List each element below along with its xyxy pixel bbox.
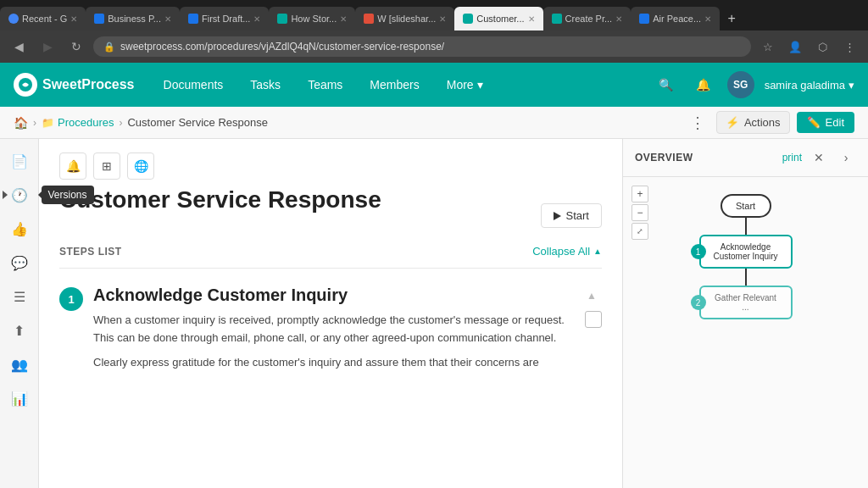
user-name[interactable]: samira galadima ▾ (765, 79, 854, 92)
chevron-up-icon: ▲ (593, 247, 602, 256)
nav-members[interactable]: Members (358, 73, 431, 97)
notification-icon[interactable]: 🔔 (690, 71, 717, 98)
tab-close-slide[interactable]: ✕ (439, 14, 446, 24)
overview-title: OVERVIEW (635, 152, 776, 164)
breadcrumb-procedures[interactable]: 📁 Procedures (42, 116, 114, 129)
folder-icon: 📁 (42, 117, 54, 129)
tab-recent[interactable]: Recent - G ✕ (0, 7, 86, 30)
thumbs-up-side-icon[interactable]: 👍 (4, 214, 35, 244)
page-title: Customer Service Response (59, 186, 541, 214)
tab-slideshare[interactable]: W [slideshar... ✕ (355, 7, 454, 30)
nav-teams[interactable]: Teams (296, 73, 354, 97)
tab-customer[interactable]: Customer... ✕ (454, 7, 542, 30)
steps-section: STEPS LIST Collapse All ▲ 1 Acknowledge … (39, 238, 622, 378)
content-area: 🔔 ⊞ 🌐 Customer Service Response Start (39, 139, 622, 488)
chevron-down-icon-user: ▾ (849, 79, 854, 92)
close-overview-button[interactable]: ✕ (809, 147, 829, 168)
step-description-1: When a customer inquiry is received, pro… (93, 312, 571, 347)
profile-icon[interactable]: 👤 (783, 35, 807, 58)
step-checkbox[interactable] (585, 311, 602, 328)
flow-diagram: Start 1 AcknowledgeCustomer Inquiry 2 Ga… (699, 194, 793, 319)
chart-side-icon[interactable]: 📊 (4, 383, 35, 413)
tab-air-peace[interactable]: Air Peace... ✕ (631, 7, 720, 30)
tab-close-business[interactable]: ✕ (164, 14, 171, 24)
zoom-in-button[interactable]: + (632, 186, 648, 202)
steps-header: STEPS LIST Collapse All ▲ (59, 238, 602, 269)
fit-button[interactable]: ⤢ (632, 223, 648, 240)
upload-side-icon[interactable]: ⬆ (4, 315, 35, 346)
versions-side-icon[interactable]: 🕐 Versions (4, 180, 35, 210)
zoom-controls: + − ⤢ (632, 186, 648, 240)
collapse-all-button[interactable]: Collapse All ▲ (532, 245, 602, 258)
avatar[interactable]: SG (727, 71, 754, 98)
forward-button[interactable]: ▶ (36, 35, 59, 58)
actions-button[interactable]: ⚡ Actions (716, 111, 790, 134)
browser-frame: Recent - G ✕ Business P... ✕ First Draft… (0, 0, 868, 63)
tab-close-draft[interactable]: ✕ (253, 14, 260, 24)
globe-icon[interactable]: 🌐 (127, 152, 154, 180)
flow-node-num-2: 2 (691, 295, 706, 310)
search-icon[interactable]: 🔍 (653, 71, 680, 98)
lightning-icon: ⚡ (726, 116, 739, 129)
tab-close-createpr[interactable]: ✕ (615, 14, 622, 24)
back-button[interactable]: ◀ (7, 35, 31, 58)
main-area: 📄 🕐 Versions 👍 💬 ☰ ⬆ 👥 📊 🔔 ⊞ (0, 139, 868, 488)
step-up-button[interactable]: ▲ (581, 286, 602, 306)
flow-node-num-1: 1 (691, 244, 706, 259)
extension-icon[interactable]: ⬡ (810, 35, 834, 58)
flow-node-2: 2 Gather Relevant... (699, 286, 793, 319)
tab-create-pr[interactable]: Create Pr... ✕ (543, 7, 632, 30)
notification-header-icon[interactable]: 🔔 (59, 152, 86, 180)
comments-side-icon[interactable]: 💬 (4, 247, 35, 278)
breadcrumb-sep-2: › (119, 117, 122, 129)
tab-close-customer[interactable]: ✕ (528, 14, 535, 24)
top-nav: SweetProcess Documents Tasks Teams Membe… (0, 63, 868, 107)
flow-connector-1 (745, 218, 747, 235)
nav-right: 🔍 🔔 SG samira galadima ▾ (653, 71, 854, 98)
home-icon[interactable]: 🏠 (14, 116, 28, 130)
step-number-1: 1 (59, 287, 83, 311)
bookmark-icon[interactable]: ☆ (756, 35, 780, 58)
breadcrumb-current-page: Customer Service Response (127, 116, 267, 129)
app-wrapper: SweetProcess Documents Tasks Teams Membe… (0, 63, 868, 488)
new-tab-button[interactable]: + (720, 7, 743, 30)
logo[interactable]: SweetProcess (14, 73, 135, 97)
tab-close-airpeace[interactable]: ✕ (704, 14, 711, 24)
tab-first-draft[interactable]: First Draft... ✕ (180, 7, 269, 30)
nav-more[interactable]: More ▾ (435, 73, 495, 97)
columns-icon[interactable]: ⊞ (93, 152, 120, 180)
breadcrumb-actions: ⋮ ⚡ Actions ✏️ Edit (686, 111, 854, 135)
overview-canvas: + − ⤢ Start 1 AcknowledgeCustomer Inquir… (623, 177, 868, 488)
step-title-1: Acknowledge Customer Inquiry (93, 286, 571, 305)
start-button[interactable]: Start (541, 203, 602, 228)
document-side-icon[interactable]: 📄 (4, 146, 35, 176)
tab-close-recent[interactable]: ✕ (70, 14, 77, 24)
address-bar[interactable]: 🔒 sweetprocess.com/procedures/vjAZdlQ4qN… (93, 36, 751, 57)
tab-how-stor[interactable]: How Stor... ✕ (269, 7, 355, 30)
flow-node-1: 1 AcknowledgeCustomer Inquiry (699, 235, 793, 269)
tab-close-howstor[interactable]: ✕ (340, 14, 347, 24)
kebab-menu-button[interactable]: ⋮ (686, 111, 709, 135)
nav-links: Documents Tasks Teams Members More ▾ (152, 73, 636, 97)
step-content-1: Acknowledge Customer Inquiry When a cust… (93, 286, 571, 371)
reload-button[interactable]: ↻ (64, 35, 88, 58)
play-icon (554, 212, 561, 220)
zoom-out-button[interactable]: − (632, 204, 648, 221)
step-controls-1: ▲ (581, 286, 602, 328)
nav-tasks[interactable]: Tasks (238, 73, 292, 97)
tab-business[interactable]: Business P... ✕ (86, 7, 180, 30)
overview-panel: OVERVIEW print ✕ › + − ⤢ Start 1 Acknowl… (622, 139, 868, 488)
list-side-icon[interactable]: ☰ (4, 281, 35, 312)
side-icons: 📄 🕐 Versions 👍 💬 ☰ ⬆ 👥 📊 (0, 139, 39, 488)
tab-bar: Recent - G ✕ Business P... ✕ First Draft… (0, 0, 868, 30)
breadcrumb-sep-1: › (33, 117, 36, 129)
logo-icon (14, 73, 37, 97)
edit-button[interactable]: ✏️ Edit (797, 112, 854, 133)
expand-overview-button[interactable]: › (836, 147, 856, 168)
users-side-icon[interactable]: 👥 (4, 349, 35, 380)
browser-controls: ◀ ▶ ↻ 🔒 sweetprocess.com/procedures/vjAZ… (0, 30, 868, 63)
nav-documents[interactable]: Documents (152, 73, 236, 97)
print-button[interactable]: print (782, 152, 802, 164)
steps-list-label: STEPS LIST (59, 246, 122, 258)
menu-icon[interactable]: ⋮ (837, 35, 861, 58)
